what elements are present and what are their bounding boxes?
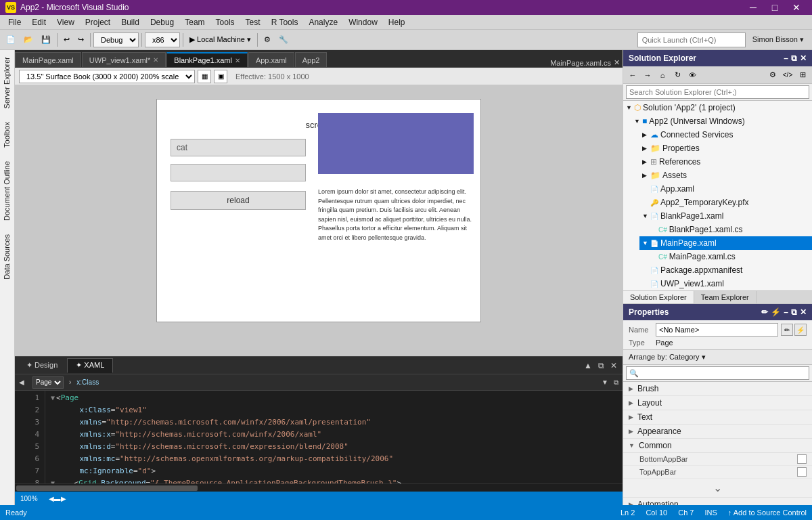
tab-uwp-view1-xaml[interactable]: UWP_view1.xaml* ✕ (82, 52, 166, 67)
toolbar-open[interactable]: 📂 (20, 32, 37, 48)
se-forward-btn[interactable]: → (641, 68, 654, 82)
expand-blank-icon[interactable]: ▼ (642, 213, 650, 219)
toolbar-misc2[interactable]: 🔧 (275, 32, 292, 48)
se-float-btn[interactable]: ⧉ (791, 53, 797, 63)
breadcrumb-selector[interactable]: Page (32, 376, 64, 389)
menu-debug[interactable]: Debug (145, 16, 179, 28)
debug-config-dropdown[interactable]: Debug (93, 32, 139, 47)
tree-item-blankpage1[interactable]: ▼ 📄 BlankPage1.xaml (639, 209, 812, 223)
bottom-tab-xaml[interactable]: ✦ XAML (67, 358, 113, 373)
menu-file[interactable]: File (3, 16, 26, 28)
name-input[interactable] (656, 323, 778, 337)
quick-launch-input[interactable] (637, 32, 746, 47)
close-button[interactable]: ✕ (786, 1, 807, 14)
sidebar-tab-document-outline[interactable]: Document Outline (0, 154, 14, 228)
tree-item-app-xaml[interactable]: 📄 App.xaml (639, 182, 812, 196)
props-close-btn[interactable]: ✕ (800, 307, 807, 317)
tree-item-blankpage1-cs[interactable]: C# BlankPage1.xaml.cs (648, 223, 812, 236)
name-tool-btn1[interactable]: ✏ (781, 324, 793, 336)
top-app-bar-checkbox[interactable] (797, 467, 807, 477)
name-tool-btn2[interactable]: ⚡ (794, 324, 807, 336)
props-pencil-btn[interactable]: ✏ (761, 307, 768, 317)
tree-item-project[interactable]: ▼ ■ App2 (Universal Windows) (631, 114, 812, 128)
menu-analyze[interactable]: Analyze (303, 16, 343, 28)
menu-build[interactable]: Build (116, 16, 145, 28)
tab-close-icon[interactable]: ✕ (153, 56, 158, 64)
se-code-view-btn[interactable]: </> (781, 68, 794, 82)
category-appearance[interactable]: ▶ Appearance (623, 425, 812, 439)
menu-help[interactable]: Help (383, 16, 411, 28)
menu-window[interactable]: Window (343, 16, 383, 28)
bottom-panel-collapse[interactable]: ▲ (581, 361, 595, 370)
menu-team[interactable]: Team (179, 16, 210, 28)
canvas-input-cat[interactable]: cat (171, 139, 306, 156)
se-back-btn[interactable]: ← (626, 68, 639, 82)
tab-scroll-left[interactable]: MainPage.xaml.cs (550, 59, 611, 67)
expand-props-icon[interactable]: ▶ (642, 145, 650, 152)
scale-selector[interactable]: 13.5" Surface Book (3000 x 2000) 200% sc… (19, 70, 195, 83)
bottom-app-bar-checkbox[interactable] (797, 454, 807, 464)
zoom-slider[interactable]: ◀▬▶ (49, 495, 66, 502)
se-filter-btn[interactable]: ⊞ (796, 68, 809, 82)
maximize-button[interactable]: □ (765, 1, 785, 14)
category-text[interactable]: ▶ Text (623, 410, 812, 425)
props-lightning-btn[interactable]: ⚡ (771, 307, 781, 317)
menu-test[interactable]: Test (240, 16, 266, 28)
bottom-tab-design[interactable]: ✦ Design (18, 358, 66, 373)
props-collapse-btn[interactable]: – (784, 307, 788, 317)
tree-item-properties[interactable]: ▶ 📁 Properties (639, 142, 812, 155)
tab-mainpage-xaml[interactable]: MainPage.xaml (15, 52, 81, 67)
se-close-btn[interactable]: ✕ (800, 53, 807, 63)
se-refresh-btn[interactable]: ↻ (671, 68, 684, 82)
tree-item-connected-services[interactable]: ▶ ☁ Connected Services (639, 128, 812, 142)
minimize-button[interactable]: ─ (743, 1, 763, 14)
tab-app2[interactable]: App2 (295, 52, 328, 67)
category-brush[interactable]: ▶ Brush (623, 382, 812, 396)
tree-item-uwp-view[interactable]: 📄 UWP_view1.xaml (639, 277, 812, 290)
breadcrumb-expand[interactable]: ◀ (19, 378, 24, 386)
expand-cs-icon[interactable]: ▶ (642, 131, 650, 138)
props-float-btn[interactable]: ⧉ (791, 307, 797, 317)
menu-project[interactable]: Project (80, 16, 116, 28)
sidebar-tab-data-sources[interactable]: Data Sources (0, 228, 14, 286)
tab-close-icon[interactable]: ✕ (235, 57, 240, 64)
canvas-reload-btn[interactable]: reload (171, 191, 306, 210)
se-properties-btn[interactable]: ⚙ (766, 68, 780, 82)
menu-view[interactable]: View (51, 16, 80, 28)
tree-item-references[interactable]: ▶ ⊞ References (639, 155, 812, 169)
status-source-control[interactable]: ↑ Add to Source Control (728, 508, 807, 517)
expand-refs-icon[interactable]: ▶ (642, 158, 650, 165)
close-tab-btn[interactable]: ✕ (614, 58, 620, 67)
toolbar-save[interactable]: 💾 (38, 32, 54, 48)
arrange-by-header[interactable]: Arrange by: Category ▾ (623, 350, 812, 365)
xaml-options-btn[interactable]: ▼ (602, 378, 608, 386)
toolbar-misc1[interactable]: ⚙ (261, 32, 274, 48)
expand-project-icon[interactable]: ▼ (634, 118, 642, 125)
bottom-scrollbar[interactable] (15, 483, 623, 492)
menu-rtools[interactable]: R Tools (266, 16, 304, 28)
expand-assets-icon[interactable]: ▶ (642, 172, 650, 179)
se-show-all-btn[interactable]: 👁 (685, 68, 699, 82)
se-search-input[interactable] (626, 85, 809, 99)
canvas-view-btn2[interactable]: ▣ (214, 70, 227, 83)
sidebar-tab-toolbox[interactable]: Toolbox (0, 115, 14, 154)
tree-item-package[interactable]: 📄 Package.appxmanifest (639, 263, 812, 277)
platform-dropdown[interactable]: x86 (145, 32, 180, 47)
category-layout[interactable]: ▶ Layout (623, 396, 812, 410)
toolbar-new[interactable]: 📄 (3, 32, 19, 48)
bottom-panel-close[interactable]: ✕ (608, 361, 620, 370)
tab-blankpage1-xaml[interactable]: BlankPage1.xaml ✕ (166, 52, 248, 67)
tree-item-assets[interactable]: ▶ 📁 Assets (639, 169, 812, 182)
target-machine-btn[interactable]: ▶ Local Machine ▾ (186, 32, 254, 48)
expand-main-icon[interactable]: ▼ (642, 240, 650, 246)
toolbar-undo[interactable]: ↩ (60, 32, 73, 48)
se-home-btn[interactable]: ⌂ (656, 68, 669, 82)
menu-tools[interactable]: Tools (210, 16, 240, 28)
tree-item-mainpage-cs[interactable]: C# MainPage.xaml.cs (648, 250, 812, 263)
toolbar-redo[interactable]: ↪ (74, 32, 87, 48)
xaml-toolbar-btn1[interactable]: ⧉ (614, 378, 618, 387)
scrollbar-thumb[interactable] (16, 485, 198, 491)
tab-app-xaml[interactable]: App.xaml (248, 52, 294, 67)
canvas-input-empty[interactable] (171, 164, 306, 181)
panel-tab-team-explorer[interactable]: Team Explorer (694, 291, 757, 303)
